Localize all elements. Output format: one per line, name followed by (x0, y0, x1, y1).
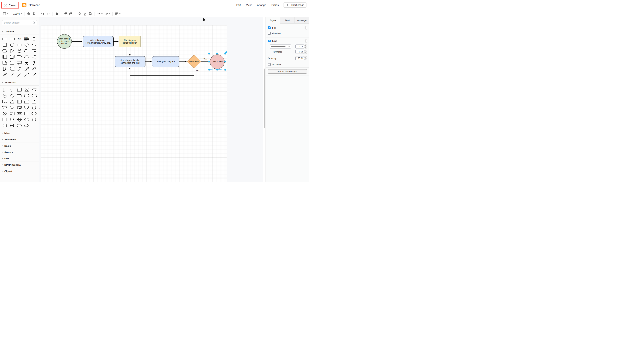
shadow-button[interactable] (88, 11, 93, 16)
delete-button[interactable] (54, 11, 60, 16)
drawing-page[interactable] (41, 25, 227, 182)
shape-directional-connector[interactable] (30, 72, 38, 78)
shape-merge[interactable] (8, 104, 15, 111)
fill-checkbox[interactable]: ✓ (268, 26, 271, 29)
shape-manual-input[interactable] (30, 99, 38, 104)
shape-text[interactable]: Text (16, 36, 23, 42)
line-width-down-button[interactable] (304, 47, 307, 49)
gradient-checkbox[interactable] (268, 32, 271, 35)
line-color-swatch[interactable] (305, 39, 307, 43)
shape-cube[interactable] (8, 54, 15, 60)
shape-cylinder[interactable] (16, 48, 23, 54)
menu-extras[interactable]: Extras (272, 4, 279, 7)
shape-hexagon[interactable] (1, 48, 8, 54)
perimeter-down-button[interactable] (304, 52, 307, 54)
view-toggle-button[interactable] (2, 11, 9, 16)
shadow-checkbox[interactable] (268, 63, 271, 66)
selection-handle[interactable] (208, 53, 210, 55)
connection-style-button[interactable] (96, 11, 104, 16)
node-click-close[interactable]: Click Close (210, 54, 225, 69)
waypoints-button[interactable] (104, 11, 111, 16)
selection-handle[interactable] (224, 69, 226, 71)
sidebar-section-misc[interactable]: Misc (0, 130, 39, 136)
export-image-button[interactable]: Export image (283, 2, 306, 8)
shape-curve[interactable] (16, 66, 23, 72)
shape-preparation[interactable] (30, 111, 38, 117)
redo-button[interactable] (45, 11, 51, 16)
node-add-shapes[interactable]: Add shapes, labels, connectors and text (115, 56, 145, 67)
shape-data[interactable] (30, 87, 38, 93)
grid-button[interactable] (114, 11, 122, 16)
shape-tape[interactable] (30, 54, 38, 60)
diagram-canvas[interactable]: YesNo Start editing a document in LarkAd… (39, 17, 265, 182)
shape-circle[interactable] (8, 42, 15, 48)
shape-paper-tape[interactable] (8, 111, 15, 117)
menu-view[interactable]: View (246, 4, 252, 7)
shape-diamond[interactable] (23, 42, 30, 48)
rotate-handle-icon[interactable] (225, 51, 227, 54)
sidebar-section-bpmn-general[interactable]: BPMN General (0, 162, 39, 168)
shape-ellipse[interactable] (30, 36, 38, 42)
shape-predefined-process[interactable] (23, 111, 30, 117)
menu-arrange[interactable]: Arrange (257, 4, 266, 7)
undo-button[interactable] (40, 11, 45, 16)
shape-trapezoid[interactable] (23, 54, 30, 60)
sidebar-resize-handle[interactable]: ‖ (39, 107, 40, 110)
search-shapes-input[interactable] (2, 20, 37, 25)
shape-multi-document[interactable] (16, 104, 23, 111)
node-style-diagram[interactable]: Style your diagram (152, 56, 179, 67)
selection-handle[interactable] (224, 61, 226, 63)
shape-cloud[interactable] (23, 48, 30, 54)
sidebar-section-arrows[interactable]: Arrows (0, 149, 39, 155)
node-editor-open[interactable]: The diagram editor will open (119, 36, 141, 47)
shape-start-1[interactable] (23, 117, 30, 122)
shape-collate[interactable] (23, 87, 30, 93)
to-front-button[interactable] (63, 11, 68, 16)
shape-dashed-line[interactable] (8, 72, 15, 78)
shape-rounded-rectangle[interactable] (8, 36, 15, 42)
to-back-button[interactable] (68, 11, 74, 16)
shape-line[interactable] (16, 72, 23, 78)
zoom-dropdown[interactable]: 100% (13, 11, 23, 16)
shape-square[interactable] (1, 42, 8, 48)
line-style-dropdown[interactable] (270, 44, 291, 49)
shape-off-page-connector[interactable] (23, 104, 30, 111)
shape-manual-operation[interactable] (1, 104, 8, 111)
shape-stored-data[interactable] (1, 122, 8, 129)
shape-document[interactable] (1, 99, 8, 104)
shape-database[interactable] (1, 93, 8, 99)
fill-color-swatch[interactable] (305, 26, 307, 30)
sidebar-section-general[interactable]: General (0, 28, 39, 35)
menu-edit[interactable]: Edit (236, 4, 241, 7)
shape-card[interactable] (8, 60, 15, 66)
shape-transfer[interactable] (23, 122, 30, 129)
shape-link[interactable] (1, 72, 8, 78)
shape-bidirectional-arrow[interactable] (23, 66, 30, 72)
line-width-up-button[interactable] (304, 44, 307, 47)
shape-loop-limit[interactable] (23, 99, 30, 104)
shape-summing-function[interactable] (8, 122, 15, 129)
node-add-diagram[interactable]: Add a diagram - Flow, Mindmap, UML, etc. (83, 36, 114, 47)
opacity-down-button[interactable] (304, 58, 307, 60)
shape-callout[interactable] (16, 60, 23, 66)
tab-arrange[interactable]: Arrange (294, 17, 309, 24)
sidebar-section-advanced[interactable]: Advanced (0, 136, 39, 143)
sidebar-section-basic[interactable]: Basic (0, 143, 39, 149)
shape-and[interactable] (1, 66, 8, 72)
shape-internal-storage[interactable] (1, 54, 8, 60)
shape-direct-access-storage[interactable] (23, 93, 30, 99)
shape-data-storage[interactable] (8, 66, 15, 72)
shape-terminator[interactable] (16, 122, 23, 129)
shape-process[interactable] (16, 42, 23, 48)
shape-internal-storage[interactable] (16, 99, 23, 104)
shape-sort[interactable] (16, 117, 23, 122)
sidebar-section-clipart[interactable]: Clipart (0, 168, 39, 174)
shape-triangle[interactable] (8, 48, 15, 54)
line-width-input[interactable] (295, 44, 304, 49)
perimeter-input[interactable] (295, 50, 304, 54)
shape-heading[interactable]: Heading (23, 36, 30, 42)
canvas-scrollbar[interactable] (263, 17, 265, 182)
shape-bidirectional-connector[interactable] (23, 72, 30, 78)
shape-sequential-access[interactable] (8, 117, 15, 122)
sidebar-section-uml[interactable]: UML (0, 155, 39, 162)
